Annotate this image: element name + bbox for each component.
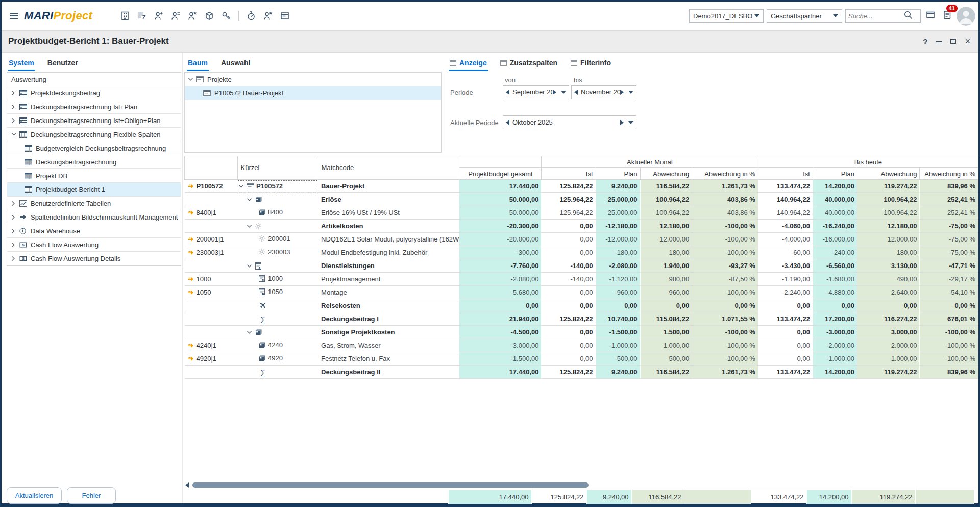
chevron-right-icon[interactable] xyxy=(11,242,19,248)
table-row[interactable]: Erlöse50.000,00125.964,2225.000,00100.96… xyxy=(185,193,978,206)
row-kuerzel-cell[interactable]: 230003 xyxy=(237,246,318,259)
chevron-right-icon[interactable] xyxy=(11,228,19,234)
company-icon[interactable] xyxy=(119,10,131,22)
goto-arrow-icon[interactable] xyxy=(187,276,194,283)
chevron-down-icon[interactable] xyxy=(247,196,252,203)
row-kuerzel-cell[interactable]: ∑ xyxy=(237,312,318,326)
periode-von-spinner[interactable]: September 2025 xyxy=(503,85,569,99)
row-kuerzel-cell[interactable]: 200001 xyxy=(237,233,318,246)
minimize-icon[interactable] xyxy=(936,41,942,42)
table-row[interactable]: 4920|14920Festnetz Telefon u. Fax-1.500,… xyxy=(185,352,978,366)
spinner-next-icon[interactable] xyxy=(553,90,556,95)
abweichung-column-header[interactable]: Abweichung xyxy=(857,168,920,180)
sidebar-item[interactable]: Spaltendefinition Bildschirmauskunft Man… xyxy=(7,210,181,224)
stopwatch-icon[interactable] xyxy=(245,10,257,22)
tab-baum[interactable]: Baum xyxy=(188,59,208,67)
row-kuerzel-cell[interactable]: 1050 xyxy=(237,286,318,299)
scroll-left-icon[interactable] xyxy=(185,482,189,488)
sidebar-item[interactable]: $Cash Flow Auswertung xyxy=(7,238,181,252)
goto-arrow-icon[interactable] xyxy=(187,342,194,350)
tab-system[interactable]: System xyxy=(9,59,34,67)
tab-zusatzspalten[interactable]: Zusatzspalten xyxy=(500,59,557,67)
periode-bis-spinner[interactable]: November 2025 xyxy=(571,85,636,99)
avatar[interactable] xyxy=(957,7,975,26)
table-row[interactable]: ∑Deckungsbeitrag II17.440,00125.824,229.… xyxy=(185,366,978,379)
table-row[interactable]: 4240|14240Gas, Strom, Wasser-3.000,000,0… xyxy=(185,339,978,352)
spinner-prev-icon[interactable] xyxy=(506,90,509,95)
sidebar-item[interactable]: Deckungsbeitragsrechnung Flexible Spalte… xyxy=(7,128,181,141)
goto-arrow-icon[interactable] xyxy=(187,183,194,190)
chevron-right-icon[interactable] xyxy=(11,90,19,96)
package-3d-icon[interactable] xyxy=(203,10,215,22)
abweichung-column-header[interactable]: Abweichung xyxy=(640,168,692,180)
key-icon[interactable] xyxy=(220,10,232,22)
goto-arrow-icon[interactable] xyxy=(187,249,194,257)
table-row[interactable]: Dienstleistungen-7.760,00-140,00-2.080,0… xyxy=(185,259,978,273)
sidebar-item[interactable]: Deckungsbeitragsrechnung Ist+Plan xyxy=(7,100,181,114)
matchcode-column-header[interactable]: Matchcode xyxy=(318,156,459,180)
spinner-next-icon[interactable] xyxy=(620,90,624,95)
row-kuerzel-cell[interactable]: ∑ xyxy=(237,366,318,379)
sidebar-item[interactable]: Data Warehouse xyxy=(7,224,181,238)
scrollbar-thumb[interactable] xyxy=(192,482,589,488)
tree-node-projekte[interactable]: Projekte xyxy=(185,73,441,86)
list-7-icon[interactable]: 7 xyxy=(136,10,148,22)
kuerzel-column-header[interactable]: Kürzel xyxy=(237,156,318,180)
context-select[interactable]: Geschäftspartner xyxy=(767,9,842,23)
table-row[interactable]: 8400|18400Erlöse 16% USt / 19% USt50.000… xyxy=(185,206,978,220)
goto-arrow-icon[interactable] xyxy=(187,355,194,363)
plan-column-header[interactable]: Plan xyxy=(596,168,640,180)
chevron-right-icon[interactable] xyxy=(11,214,19,220)
row-kuerzel-cell[interactable] xyxy=(237,220,318,233)
search-input[interactable] xyxy=(848,12,903,20)
chevron-down-icon[interactable] xyxy=(11,132,19,136)
row-kuerzel-cell[interactable] xyxy=(237,259,318,273)
user-add-icon[interactable] xyxy=(153,10,165,22)
table-row[interactable]: 200001|1200001NDQ162E1 Solar Modul, poly… xyxy=(185,233,978,246)
table-row[interactable]: Reisekosten0,000,000,000,000,00 %0,000,0… xyxy=(185,299,978,312)
sidebar-item[interactable]: $Cash Flow Auswertung Details xyxy=(7,252,181,265)
table-row[interactable]: 230003|1230003Modul Endbefestigung inkl.… xyxy=(185,246,978,259)
close-icon[interactable]: × xyxy=(965,37,970,46)
hamburger-menu-icon[interactable] xyxy=(10,13,18,19)
sidebar-item[interactable]: Budgetvergleich Deckungsbeitragsrechnung xyxy=(7,141,181,155)
goto-arrow-icon[interactable] xyxy=(187,236,194,244)
chevron-down-icon[interactable] xyxy=(247,222,252,230)
plan-column-header[interactable]: Plan xyxy=(813,168,857,180)
row-kuerzel-cell[interactable]: 4240 xyxy=(237,339,318,352)
sidebar-item[interactable]: Projektbudget-Bericht 1 xyxy=(7,183,181,197)
spinner-next-icon[interactable] xyxy=(620,120,624,125)
row-kuerzel-cell[interactable] xyxy=(237,326,318,339)
tab-anzeige[interactable]: Anzeige xyxy=(450,59,487,67)
chevron-right-icon[interactable] xyxy=(11,118,19,124)
aktuelle-periode-spinner[interactable]: Oktober 2025 xyxy=(503,115,636,129)
search-icon[interactable] xyxy=(903,10,913,22)
row-kuerzel-cell[interactable]: 1000 xyxy=(237,273,318,286)
row-kuerzel-cell[interactable] xyxy=(237,193,318,206)
help-icon[interactable]: ? xyxy=(923,38,927,45)
row-kuerzel-cell[interactable]: P100572 xyxy=(237,180,318,193)
ist-column-header[interactable]: Ist xyxy=(758,168,813,180)
chevron-down-icon[interactable] xyxy=(247,262,252,270)
abweichung-pct-column-header[interactable]: Abweichung in % xyxy=(920,168,978,180)
sidebar-item[interactable]: Projektdeckungsbeitrag xyxy=(7,86,181,100)
projektbudget-column-header[interactable]: Projektbudget gesamt xyxy=(459,168,542,180)
goto-arrow-icon[interactable] xyxy=(187,209,194,217)
panel-icon[interactable] xyxy=(279,10,291,22)
ist-column-header[interactable]: Ist xyxy=(542,168,596,180)
chevron-down-icon[interactable] xyxy=(238,182,244,190)
row-kuerzel-cell[interactable]: 4920 xyxy=(237,352,318,366)
chevron-down-icon[interactable] xyxy=(188,77,196,81)
chevron-right-icon[interactable] xyxy=(11,104,19,110)
fehler-button[interactable]: Fehler xyxy=(67,487,116,504)
chevron-down-icon[interactable] xyxy=(561,91,566,94)
row-kuerzel-cell[interactable]: 8400 xyxy=(237,206,318,220)
tab-auswahl[interactable]: Auswahl xyxy=(221,59,251,67)
database-select[interactable]: Demo2017_DESBO xyxy=(689,9,764,23)
goto-arrow-icon[interactable] xyxy=(187,289,194,297)
table-row[interactable]: Artikelkosten-20.300,000,00-12.180,0012.… xyxy=(185,220,978,233)
aktualisieren-button[interactable]: Aktualisieren xyxy=(7,487,62,504)
restore-icon[interactable] xyxy=(950,39,956,44)
windows-button[interactable] xyxy=(924,9,937,22)
notifications-button[interactable]: 41 xyxy=(940,9,953,22)
